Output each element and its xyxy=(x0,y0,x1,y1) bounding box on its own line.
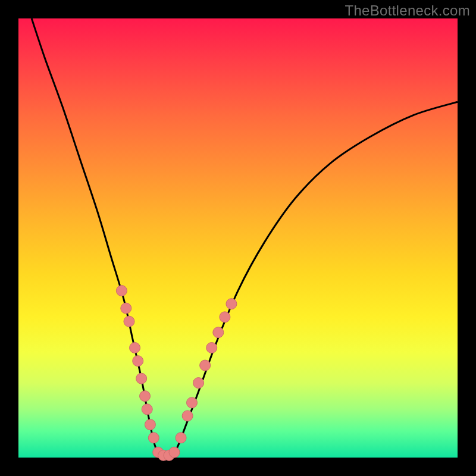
curve-marker xyxy=(130,343,140,353)
curve-marker xyxy=(187,397,198,408)
curve-marker xyxy=(148,433,159,443)
curve-marker xyxy=(142,404,152,415)
curve-marker xyxy=(140,391,151,402)
curve-marker xyxy=(116,286,127,296)
curve-marker xyxy=(133,356,143,367)
curve-markers xyxy=(116,286,237,461)
curve-marker xyxy=(226,299,237,309)
curve-marker xyxy=(220,312,230,322)
curve-marker xyxy=(121,303,131,314)
curve-marker xyxy=(169,447,180,458)
chart-plot-area xyxy=(18,18,458,458)
curve-marker xyxy=(145,419,155,430)
curve-marker xyxy=(124,316,134,327)
curve-marker xyxy=(176,433,186,443)
watermark-text: TheBottleneck.com xyxy=(345,2,470,19)
curve-marker xyxy=(200,360,211,371)
chart-frame: TheBottleneck.com xyxy=(0,0,476,476)
curve-marker xyxy=(136,373,147,384)
curve-marker xyxy=(182,411,193,421)
curve-marker xyxy=(213,327,224,338)
curve-marker xyxy=(193,378,204,389)
chart-svg xyxy=(18,18,458,458)
curve-marker xyxy=(206,343,217,353)
bottleneck-curve xyxy=(32,18,458,459)
